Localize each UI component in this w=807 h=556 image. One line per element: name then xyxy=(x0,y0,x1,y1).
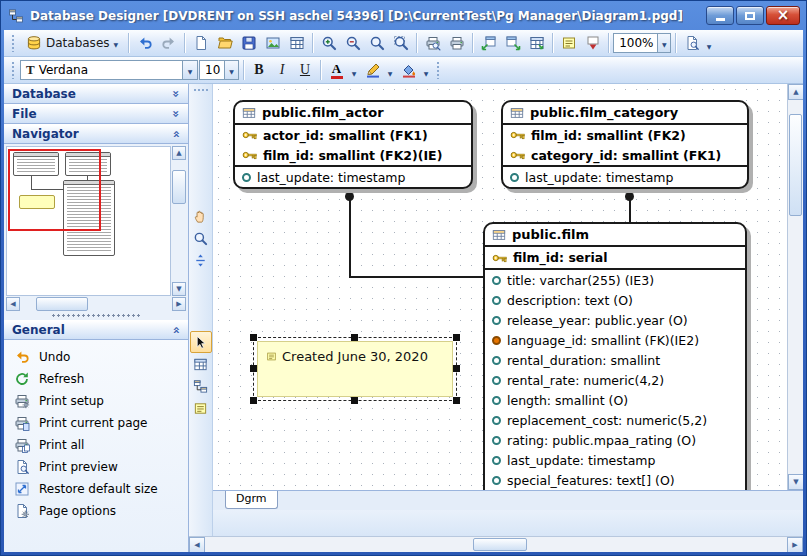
toolbar-grip[interactable] xyxy=(193,88,209,93)
canvas-vertical-scrollbar[interactable] xyxy=(787,84,803,490)
column-row[interactable]: description: text (O) xyxy=(485,290,745,310)
select-tool-button[interactable] xyxy=(190,331,212,353)
column-row[interactable]: film_id: serial xyxy=(485,247,745,268)
diagram-canvas[interactable]: public.film_actor actor_id: smallint (FK… xyxy=(213,84,787,490)
toolbar-grip[interactable] xyxy=(436,61,441,79)
font-family-combo[interactable]: Verdana xyxy=(20,60,198,80)
panel-header-file[interactable]: File xyxy=(4,104,188,124)
entity-title[interactable]: public.film_actor xyxy=(235,102,471,125)
scroll-thumb[interactable] xyxy=(789,114,802,216)
column-row[interactable]: length: smallint (O) xyxy=(485,390,745,410)
print-button[interactable] xyxy=(445,32,468,54)
line-color-button[interactable] xyxy=(361,59,396,81)
selection-handle-nw[interactable] xyxy=(250,334,257,341)
scroll-track[interactable] xyxy=(20,297,172,311)
scroll-thumb[interactable] xyxy=(172,170,186,204)
navigator-viewport[interactable] xyxy=(8,149,101,231)
note-created[interactable]: Created June 30, 2020 xyxy=(257,341,453,397)
selection-handle-ne[interactable] xyxy=(453,334,460,341)
scroll-down-button[interactable] xyxy=(788,474,803,490)
toolbar-grip[interactable] xyxy=(11,34,16,52)
scroll-track[interactable] xyxy=(172,160,186,282)
general-item-print-setup[interactable]: Print setup xyxy=(4,390,188,412)
italic-button[interactable]: I xyxy=(271,59,293,81)
entity-title[interactable]: public.film xyxy=(485,224,745,247)
close-button[interactable] xyxy=(766,6,800,25)
panel-header-general[interactable]: General xyxy=(4,320,188,340)
font-color-button[interactable]: A xyxy=(325,59,360,81)
scale-options-button[interactable] xyxy=(680,32,715,54)
export-image-button[interactable] xyxy=(261,32,284,54)
general-item-print-preview[interactable]: Print preview xyxy=(4,456,188,478)
zoom-combo-arrow[interactable] xyxy=(657,34,670,52)
note-selection[interactable]: Created June 30, 2020 xyxy=(253,337,457,401)
create-reference-tool-button[interactable] xyxy=(190,375,212,397)
new-diagram-button[interactable] xyxy=(189,32,212,54)
entity-film-actor[interactable]: public.film_actor actor_id: smallint (FK… xyxy=(233,100,473,189)
general-item-undo[interactable]: Undo xyxy=(4,346,188,368)
redo-button[interactable] xyxy=(157,32,180,54)
scroll-track[interactable] xyxy=(788,100,803,474)
column-row[interactable]: replacement_cost: numeric(5,2) xyxy=(485,410,745,430)
titlebar[interactable]: Database Designer [DVDRENT on SSH aschel… xyxy=(1,1,806,27)
font-size-combo-arrow[interactable] xyxy=(224,61,238,79)
save-diagram-button[interactable] xyxy=(237,32,260,54)
selection-handle-s[interactable] xyxy=(351,397,358,404)
underline-button[interactable]: U xyxy=(294,59,316,81)
databases-button[interactable]: Databases xyxy=(20,32,124,54)
selection-handle-sw[interactable] xyxy=(250,397,257,404)
entity-film-category[interactable]: public.film_category film_id: smallint (… xyxy=(501,100,749,189)
scroll-track[interactable] xyxy=(205,537,787,552)
zoom-tool-button[interactable] xyxy=(190,227,212,249)
column-row[interactable]: language_id: smallint (FK)(IE2) xyxy=(485,330,745,350)
general-item-print-all[interactable]: Print all xyxy=(4,434,188,456)
open-diagram-button[interactable] xyxy=(213,32,236,54)
column-row[interactable]: rental_duration: smallint xyxy=(485,350,745,370)
column-row[interactable]: last_update: timestamp xyxy=(485,450,745,470)
maximize-button[interactable] xyxy=(736,6,764,25)
selection-handle-w[interactable] xyxy=(250,365,257,372)
column-row[interactable]: actor_id: smallint (FK1) xyxy=(235,125,471,145)
navigator-thumbnail[interactable] xyxy=(6,146,171,296)
diagram-notes-button[interactable] xyxy=(557,32,580,54)
create-note-tool-button[interactable] xyxy=(190,397,212,419)
column-row[interactable]: special_features: text[] (O) xyxy=(485,470,745,490)
column-row[interactable]: rental_rate: numeric(4,2) xyxy=(485,370,745,390)
fit-page-tool-button[interactable] xyxy=(190,249,212,271)
font-size-combo[interactable]: 10 xyxy=(199,60,239,80)
panel-header-database[interactable]: Database xyxy=(4,84,188,104)
column-row[interactable]: title: varchar(255) (IE3) xyxy=(485,270,745,290)
panel-splitter[interactable] xyxy=(4,311,188,320)
scroll-up-button[interactable] xyxy=(172,146,186,160)
navigator-horizontal-scrollbar[interactable] xyxy=(6,297,186,311)
panel-header-navigator[interactable]: Navigator xyxy=(4,124,188,144)
scroll-thumb[interactable] xyxy=(473,538,527,551)
selection-handle-se[interactable] xyxy=(453,397,460,404)
create-table-tool-button[interactable] xyxy=(190,353,212,375)
minimize-button[interactable] xyxy=(706,6,734,25)
column-row[interactable]: last_update: timestamp xyxy=(503,167,747,187)
scroll-down-button[interactable] xyxy=(172,282,186,296)
scroll-right-button[interactable] xyxy=(787,537,803,552)
bold-button[interactable]: B xyxy=(248,59,270,81)
zoom-in-button[interactable] xyxy=(317,32,340,54)
general-item-page-options[interactable]: Page options xyxy=(4,500,188,522)
scroll-left-button[interactable] xyxy=(6,297,20,311)
hand-tool-button[interactable] xyxy=(190,205,212,227)
relation-line[interactable] xyxy=(349,189,351,278)
next-page-button[interactable] xyxy=(501,32,524,54)
font-family-combo-arrow[interactable] xyxy=(182,61,197,79)
column-row[interactable]: last_update: timestamp xyxy=(235,167,471,187)
entity-film[interactable]: public.film film_id: serial title: varch… xyxy=(483,222,747,490)
zoom-normal-button[interactable] xyxy=(365,32,388,54)
scroll-left-button[interactable] xyxy=(189,537,205,552)
toolbar-grip[interactable] xyxy=(11,61,16,79)
undo-button[interactable] xyxy=(133,32,156,54)
selection-handle-e[interactable] xyxy=(453,365,460,372)
navigator-vertical-scrollbar[interactable] xyxy=(172,146,186,296)
zoom-out-button[interactable] xyxy=(341,32,364,54)
selection-handle-n[interactable] xyxy=(351,334,358,341)
general-item-refresh[interactable]: Refresh xyxy=(4,368,188,390)
zoom-fit-button[interactable] xyxy=(389,32,412,54)
scroll-up-button[interactable] xyxy=(788,84,803,100)
